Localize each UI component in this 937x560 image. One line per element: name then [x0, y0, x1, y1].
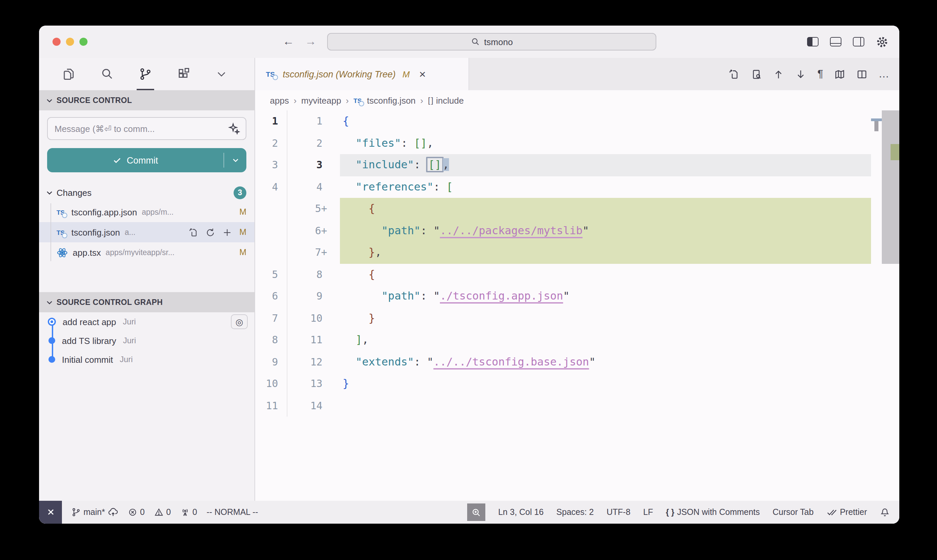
code-line[interactable]: 1013} — [255, 373, 871, 395]
commit-row[interactable]: add TS libraryJuri — [39, 331, 254, 350]
commit-author: Juri — [123, 317, 136, 326]
breadcrumb-item-apps[interactable]: apps — [270, 95, 289, 105]
code-line[interactable]: 22 "files": [], — [255, 132, 871, 154]
tab-title: tsconfig.json (Working Tree) — [283, 69, 396, 79]
chevron-down-icon — [231, 156, 239, 164]
vim-mode[interactable]: -- NORMAL -- — [207, 508, 258, 517]
file-name: app.tsx — [73, 247, 101, 257]
breadcrumb-label: apps — [270, 95, 289, 105]
zoom-window-button[interactable] — [79, 38, 88, 46]
code-token: "path" — [382, 224, 421, 237]
code-line[interactable]: 44 "references": [ — [255, 176, 871, 198]
typescript-file-icon: TS — [57, 227, 67, 237]
stage-icon[interactable] — [222, 227, 232, 237]
extensions-icon[interactable] — [177, 58, 191, 90]
whitespace-toggle-icon[interactable]: ¶ — [817, 68, 823, 80]
commit-row[interactable]: Initial commitJuri — [39, 350, 254, 369]
source-control-icon[interactable] — [138, 58, 152, 90]
chevron-down-icon[interactable] — [215, 58, 228, 90]
code-line[interactable]: 811 ], — [255, 329, 871, 351]
next-change-icon[interactable] — [795, 68, 807, 80]
original-line-number: 5 — [255, 263, 288, 285]
git-branch-label: main* — [83, 508, 105, 517]
checkout-target-button[interactable]: ◎ — [231, 314, 248, 329]
eol[interactable]: LF — [643, 508, 653, 517]
forward-arrow-icon[interactable]: → — [305, 35, 316, 48]
formatter[interactable]: Prettier — [826, 507, 867, 518]
vertical-scrollbar[interactable] — [882, 111, 899, 501]
gear-icon[interactable] — [876, 35, 889, 48]
cursor-tab[interactable]: Cursor Tab — [773, 508, 814, 517]
toggle-secondary-sidebar-icon[interactable] — [853, 37, 864, 46]
code-line[interactable]: 912 "extends": "../../tsconfig.base.json… — [255, 351, 871, 373]
previous-change-icon[interactable] — [773, 68, 785, 80]
toggle-primary-sidebar-icon[interactable] — [807, 37, 819, 46]
close-tab-icon[interactable]: × — [419, 68, 426, 80]
commit-dropdown-button[interactable] — [223, 153, 246, 168]
scm-file-row[interactable]: TStsconfig.jsona...M — [39, 222, 254, 242]
search-sidebar-icon[interactable] — [100, 58, 114, 90]
language-mode[interactable]: { }JSON with Comments — [666, 508, 760, 517]
code-token: : — [420, 289, 434, 302]
explorer-icon[interactable] — [62, 58, 75, 90]
minimize-window-button[interactable] — [66, 38, 74, 46]
open-changes-icon[interactable] — [729, 68, 740, 80]
zoom-indicator[interactable] — [467, 503, 485, 521]
error-icon — [128, 508, 137, 517]
ports[interactable]: 0 — [180, 508, 197, 517]
code-line-content — [340, 395, 871, 417]
file-name: tsconfig.json — [71, 227, 120, 237]
errors[interactable]: 0 — [128, 508, 145, 517]
code-token — [343, 180, 356, 193]
split-editor-icon[interactable] — [856, 68, 868, 80]
code-line[interactable]: 710 } — [255, 307, 871, 329]
notifications[interactable] — [880, 507, 890, 517]
breadcrumb-item-myviteapp[interactable]: myviteapp — [301, 95, 341, 105]
toggle-panel-icon[interactable] — [830, 37, 842, 46]
commit-button[interactable]: Commit — [47, 148, 246, 172]
back-arrow-icon[interactable]: ← — [283, 35, 294, 48]
code-line[interactable]: 6+ "path": "../../packages/mytslib" — [255, 220, 871, 242]
commit-row[interactable]: add react appJuri◎ — [39, 312, 254, 331]
cursor-position[interactable]: Ln 3, Col 16 — [498, 508, 543, 517]
diff-decoration-gutter — [328, 154, 340, 176]
commit-message-input[interactable] — [47, 117, 246, 140]
code-line[interactable]: 69 "path": "./tsconfig.app.json" — [255, 285, 871, 307]
eol-label: LF — [643, 508, 653, 517]
code-line[interactable]: 58 { — [255, 263, 871, 285]
original-line-number — [255, 242, 288, 263]
code-line-content: } — [340, 373, 871, 395]
map-icon[interactable] — [834, 68, 845, 80]
formatter-label: Prettier — [840, 508, 867, 517]
code-line[interactable]: 11{ — [255, 111, 871, 132]
code-line[interactable]: 1114 — [255, 395, 871, 417]
tab-tsconfig-working-tree[interactable]: TS tsconfig.json (Working Tree) M × — [255, 58, 469, 90]
code-token: , — [427, 136, 433, 149]
scm-file-row[interactable]: TStsconfig.app.jsonapps/m...M — [39, 202, 254, 222]
indentation[interactable]: Spaces: 2 — [556, 508, 594, 517]
scrollbar-thumb[interactable] — [882, 111, 899, 264]
code-line[interactable]: 33 "include": [], — [255, 154, 871, 176]
command-center-search[interactable]: tsmono — [327, 33, 656, 51]
changes-section-header[interactable]: Changes 3 — [39, 183, 254, 202]
breadcrumb-item-include[interactable]: [ ]include — [428, 95, 464, 105]
breadcrumb-item-tsconfig-json[interactable]: TStsconfig.json — [353, 95, 415, 105]
scm-file-row[interactable]: app.tsxapps/myviteapp/sr...M — [39, 242, 254, 263]
more-actions-icon[interactable]: … — [879, 68, 890, 80]
code-token: ./tsconfig.app.json — [440, 289, 563, 302]
close-window-button[interactable] — [52, 38, 61, 46]
warnings[interactable]: 0 — [154, 508, 171, 517]
inline-view-icon[interactable] — [751, 68, 762, 80]
sparkle-icon[interactable] — [228, 123, 240, 135]
code-line[interactable]: 5+ { — [255, 198, 871, 220]
remote-indicator[interactable] — [39, 501, 62, 524]
source-control-header[interactable]: SOURCE CONTROL — [39, 90, 254, 111]
discard-icon[interactable] — [205, 227, 215, 237]
source-control-graph-header[interactable]: SOURCE CONTROL GRAPH — [39, 292, 254, 312]
code-line[interactable]: 7+ }, — [255, 242, 871, 263]
encoding[interactable]: UTF-8 — [606, 508, 630, 517]
open-file-icon[interactable] — [188, 227, 198, 237]
changes-count-badge: 3 — [234, 186, 246, 199]
code-token: , — [443, 158, 449, 171]
git-branch[interactable]: main* — [71, 507, 118, 518]
